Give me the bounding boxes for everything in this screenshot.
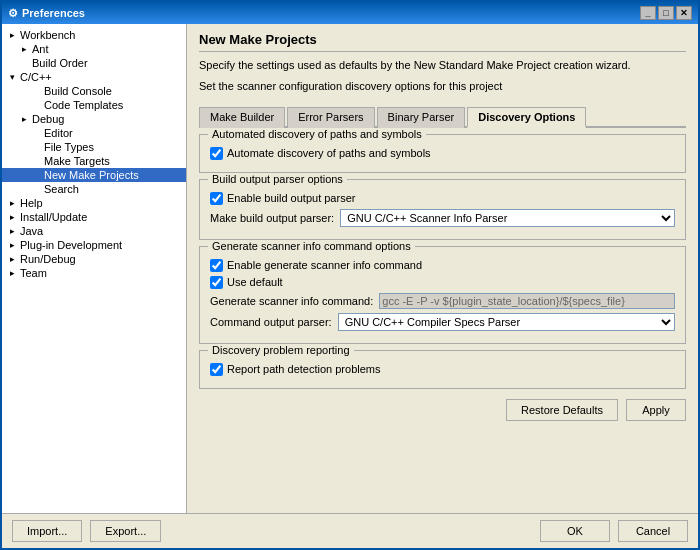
tree-item-help[interactable]: ▸Help (2, 196, 186, 210)
enable-build-output-label: Enable build output parser (227, 192, 355, 204)
page-title: New Make Projects (199, 32, 686, 52)
expander-icon: ▾ (6, 71, 18, 83)
tree-item-label: File Types (44, 141, 94, 153)
automate-discovery-checkbox[interactable] (210, 147, 223, 160)
content-panel: New Make Projects Specify the settings u… (187, 24, 698, 513)
enable-scanner-row: Enable generate scanner info command (210, 259, 675, 272)
report-path-label: Report path detection problems (227, 363, 380, 375)
tree-item-search[interactable]: Search (2, 182, 186, 196)
tree-item-label: Run/Debug (20, 253, 76, 265)
tree-item-editor[interactable]: Editor (2, 126, 186, 140)
tree-item-label: Code Templates (44, 99, 123, 111)
window-title: Preferences (22, 7, 85, 19)
automate-discovery-label: Automate discovery of paths and symbols (227, 147, 431, 159)
restore-defaults-button[interactable]: Restore Defaults (506, 399, 618, 421)
expander-icon (30, 85, 42, 97)
command-output-row: Command output parser: GNU C/C++ Compile… (210, 313, 675, 331)
tree-item-java[interactable]: ▸Java (2, 224, 186, 238)
import-button[interactable]: Import... (12, 520, 82, 542)
tree-item-label: New Make Projects (44, 169, 139, 181)
generate-scanner-input[interactable] (379, 293, 675, 309)
command-output-select[interactable]: GNU C/C++ Compiler Specs Parser (338, 313, 675, 331)
title-bar-left: ⚙ Preferences (8, 7, 85, 20)
tree-item-plugin-development[interactable]: ▸Plug-in Development (2, 238, 186, 252)
bottom-right: OK Cancel (540, 520, 688, 542)
tree-item-debug[interactable]: ▸Debug (2, 112, 186, 126)
tab-binary-parser[interactable]: Binary Parser (377, 107, 466, 128)
ok-button[interactable]: OK (540, 520, 610, 542)
build-output-title: Build output parser options (208, 173, 347, 185)
tree-item-new-make-projects[interactable]: New Make Projects (2, 168, 186, 182)
discovery-problem-title: Discovery problem reporting (208, 344, 354, 356)
tree-item-label: Debug (32, 113, 64, 125)
export-button[interactable]: Export... (90, 520, 161, 542)
expander-icon: ▸ (6, 29, 18, 41)
tree-item-label: Help (20, 197, 43, 209)
window-icon: ⚙ (8, 7, 18, 20)
tree-item-team[interactable]: ▸Team (2, 266, 186, 280)
tree-item-code-templates[interactable]: Code Templates (2, 98, 186, 112)
tree-item-label: Plug-in Development (20, 239, 122, 251)
tree-item-label: Install/Update (20, 211, 87, 223)
tree-item-workbench[interactable]: ▸Workbench (2, 28, 186, 42)
close-button[interactable]: ✕ (676, 6, 692, 20)
automated-discovery-title: Automated discovery of paths and symbols (208, 128, 426, 140)
tab-make-builder[interactable]: Make Builder (199, 107, 285, 128)
command-output-label: Command output parser: (210, 316, 332, 328)
expander-icon (30, 141, 42, 153)
enable-scanner-label: Enable generate scanner info command (227, 259, 422, 271)
main-content: ▸Workbench▸AntBuild Order▾C/C++Build Con… (2, 24, 698, 513)
expander-icon (30, 127, 42, 139)
tab-error-parsers[interactable]: Error Parsers (287, 107, 374, 128)
tree-item-build-order[interactable]: Build Order (2, 56, 186, 70)
use-default-label: Use default (227, 276, 283, 288)
automated-discovery-section: Automated discovery of paths and symbols… (199, 134, 686, 173)
tree-item-label: Editor (44, 127, 73, 139)
tree-item-cpp[interactable]: ▾C/C++ (2, 70, 186, 84)
expander-icon (30, 99, 42, 111)
tree-item-label: Ant (32, 43, 49, 55)
expander-icon (30, 155, 42, 167)
expander-icon: ▸ (6, 253, 18, 265)
tree-item-run-debug[interactable]: ▸Run/Debug (2, 252, 186, 266)
tree-item-label: C/C++ (20, 71, 52, 83)
make-build-output-select[interactable]: GNU C/C++ Scanner Info Parser (340, 209, 675, 227)
make-build-output-row: Make build output parser: GNU C/C++ Scan… (210, 209, 675, 227)
enable-build-output-checkbox[interactable] (210, 192, 223, 205)
bottom-bar: Import... Export... OK Cancel (2, 513, 698, 548)
minimize-button[interactable]: _ (640, 6, 656, 20)
cancel-button[interactable]: Cancel (618, 520, 688, 542)
expander-icon: ▸ (18, 43, 30, 55)
title-bar-controls: _ □ ✕ (640, 6, 692, 20)
tree-item-install-update[interactable]: ▸Install/Update (2, 210, 186, 224)
generate-scanner-label: Generate scanner info command: (210, 295, 373, 307)
tree-panel: ▸Workbench▸AntBuild Order▾C/C++Build Con… (2, 24, 187, 513)
enable-build-output-row: Enable build output parser (210, 192, 675, 205)
discovery-problem-section: Discovery problem reporting Report path … (199, 350, 686, 389)
automate-discovery-row: Automate discovery of paths and symbols (210, 147, 675, 160)
report-path-checkbox[interactable] (210, 363, 223, 376)
tree-item-label: Build Order (32, 57, 88, 69)
page-desc-2: Set the scanner configuration discovery … (199, 79, 686, 94)
tab-discovery-options[interactable]: Discovery Options (467, 107, 586, 128)
tree-item-label: Java (20, 225, 43, 237)
tree-item-ant[interactable]: ▸Ant (2, 42, 186, 56)
expander-icon (30, 183, 42, 195)
content-buttons: Restore Defaults Apply (199, 395, 686, 421)
scanner-info-title: Generate scanner info command options (208, 240, 415, 252)
report-path-row: Report path detection problems (210, 363, 675, 376)
use-default-checkbox[interactable] (210, 276, 223, 289)
generate-scanner-row: Generate scanner info command: (210, 293, 675, 309)
make-build-output-label: Make build output parser: (210, 212, 334, 224)
tree-item-label: Workbench (20, 29, 75, 41)
build-output-section: Build output parser options Enable build… (199, 179, 686, 240)
tree-item-make-targets[interactable]: Make Targets (2, 154, 186, 168)
enable-scanner-checkbox[interactable] (210, 259, 223, 272)
tab-bar: Make BuilderError ParsersBinary ParserDi… (199, 105, 686, 128)
tree-item-build-console[interactable]: Build Console (2, 84, 186, 98)
tree-item-file-types[interactable]: File Types (2, 140, 186, 154)
bottom-left: Import... Export... (12, 520, 161, 542)
tree-item-label: Team (20, 267, 47, 279)
apply-button[interactable]: Apply (626, 399, 686, 421)
maximize-button[interactable]: □ (658, 6, 674, 20)
